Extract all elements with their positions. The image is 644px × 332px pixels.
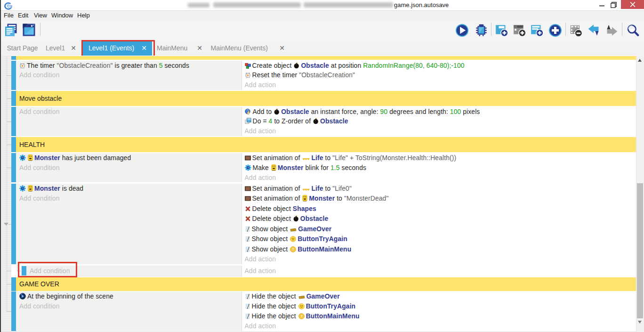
menu-bar: FileEditViewWindowHelp: [0, 10, 644, 20]
animation-icon: [245, 186, 251, 192]
tab-level1-close-icon[interactable]: ✕: [70, 41, 77, 56]
instruction-text: Create object: [252, 62, 294, 69]
event-line: The timer "ObstacleCreation" is greater …: [16, 61, 242, 71]
menu-item-window[interactable]: Window: [51, 11, 73, 20]
event-line: Monster has just been damaged: [16, 153, 242, 163]
toolbar-add-comment-button[interactable]: [530, 24, 544, 37]
subevent-connector-v: [17, 265, 17, 271]
tab-mainmenu-events[interactable]: MainMenu (Events): [211, 41, 268, 56]
object-name: Obstacle: [300, 215, 328, 222]
instruction-text: Show object: [252, 245, 290, 253]
toolbar-scene-editor-button[interactable]: [22, 23, 36, 37]
event-handle-bar[interactable]: [11, 91, 16, 106]
toolbar-debug-bug-button[interactable]: [475, 24, 488, 37]
tab-mainmenu-events-close-icon[interactable]: ✕: [279, 41, 285, 56]
object-name: Life: [311, 154, 323, 162]
event-line-placeholder: Add action: [242, 126, 636, 136]
menu-item-file[interactable]: File: [4, 11, 14, 20]
group-header-game-over[interactable]: GAME OVER: [16, 277, 636, 291]
menu-item-help[interactable]: Help: [77, 11, 90, 20]
tab-mainmenu[interactable]: MainMenu: [157, 41, 187, 56]
add-action-button[interactable]: Add action: [245, 174, 276, 181]
toolbar-delete-selection-button[interactable]: [569, 24, 583, 37]
toolbar-add-subevent-button[interactable]: [513, 24, 526, 37]
event-handle-bar[interactable]: [11, 137, 16, 152]
show-icon: [245, 313, 250, 319]
show-icon: [245, 246, 250, 252]
event-action-cell: Create object Obstacle at position Rando…: [242, 61, 636, 90]
event-handle-bar[interactable]: [11, 61, 16, 90]
minimize-button[interactable]: [597, 0, 607, 9]
search-icon: [626, 24, 640, 37]
event-condition-cell: Monster has just been damagedAdd conditi…: [16, 153, 242, 182]
close-button[interactable]: [621, 0, 644, 9]
event-handle-bar[interactable]: [11, 292, 16, 331]
add-condition-button[interactable]: Add condition: [19, 71, 59, 79]
tab-start-page[interactable]: Start Page: [7, 41, 38, 56]
event-handle-bar[interactable]: [11, 56, 16, 60]
toolbar-preview-play-button[interactable]: [455, 24, 469, 37]
object-name: GameOver: [306, 292, 340, 300]
object-name: ButtonMainMenu: [306, 312, 360, 320]
string-value: "Life0": [332, 185, 352, 192]
title-bar: game.json.autosave: [0, 0, 644, 10]
toolbar-redo-button[interactable]: [605, 24, 619, 37]
tree-tick: [7, 168, 11, 168]
add-action-button[interactable]: Add action: [245, 267, 276, 275]
event-handle-bar[interactable]: [11, 153, 16, 182]
event-line-placeholder: Add action: [242, 321, 636, 331]
scroll-down-icon[interactable]: [638, 321, 642, 324]
scene-editor-icon: [22, 23, 36, 37]
add-condition-button[interactable]: Add condition: [19, 194, 59, 202]
gear-icon: [245, 164, 251, 171]
add-condition-button[interactable]: Add condition: [19, 302, 59, 310]
tab-mainmenu-close-icon[interactable]: ✕: [196, 41, 203, 56]
coin-arrow-icon: [298, 313, 305, 319]
add-condition-button[interactable]: Add condition: [19, 164, 59, 171]
instruction-text: to: [323, 185, 333, 192]
add-action-button[interactable]: Add action: [245, 81, 276, 89]
menu-item-edit[interactable]: Edit: [18, 11, 28, 20]
instruction-text: an instant force, angle:: [309, 108, 380, 115]
toolbar-search-button[interactable]: [626, 24, 640, 37]
add-action-button[interactable]: Add action: [245, 322, 276, 330]
toolbar-undo-button[interactable]: [587, 24, 601, 37]
instruction-text: seconds: [340, 164, 366, 171]
event-handle-bar[interactable]: [11, 107, 16, 137]
toolbar-project-manager-button[interactable]: [4, 23, 18, 37]
scrollbar-thumb[interactable]: [637, 183, 643, 318]
instruction-text: Set animation of: [252, 154, 302, 162]
event-handle-bar[interactable]: [11, 184, 16, 265]
event-handle-bar[interactable]: [11, 277, 16, 291]
event-line: Do = 4 to Z-order of Obstacle: [242, 116, 636, 126]
show-icon: [245, 236, 250, 242]
instruction-text: Hide the object: [252, 312, 298, 320]
tab-level1[interactable]: Level1: [46, 41, 65, 56]
event-line-placeholder: Add action: [242, 254, 636, 264]
toolbar-add-new-event-button[interactable]: [548, 24, 562, 37]
animation-icon: [245, 155, 251, 161]
undo-icon: [587, 24, 601, 37]
add-action-button[interactable]: Add action: [245, 127, 276, 135]
coin-arrow-icon: [290, 246, 296, 252]
scroll-up-icon[interactable]: [638, 59, 642, 62]
menu-item-view[interactable]: View: [34, 11, 47, 20]
object-name: Obstacle: [320, 117, 348, 125]
group-header-partial[interactable]: [16, 56, 636, 60]
add-new-event-icon: [548, 24, 562, 37]
restore-button[interactable]: [608, 0, 619, 9]
tree-tick: [7, 145, 11, 145]
add-action-button[interactable]: Add action: [245, 255, 276, 263]
instruction-text: seconds: [163, 62, 189, 69]
event-condition-cell: Add condition: [16, 107, 242, 137]
toolbar-add-event-button[interactable]: [495, 24, 508, 37]
instruction-text: Set animation of: [252, 194, 302, 202]
add-condition-button[interactable]: Add condition: [19, 108, 59, 115]
group-header-label: HEALTH: [16, 141, 45, 148]
event-action-cell: Hide the object GameOverHide the object …: [242, 292, 636, 331]
group-header-move-obstacle[interactable]: Move obstacle: [16, 91, 636, 106]
object-name: GameOver: [298, 225, 331, 233]
group-header-health[interactable]: HEALTH: [16, 137, 636, 152]
instruction-text: Hide the object: [252, 302, 298, 310]
event-line: Hide the object ButtonMainMenu: [242, 311, 636, 321]
